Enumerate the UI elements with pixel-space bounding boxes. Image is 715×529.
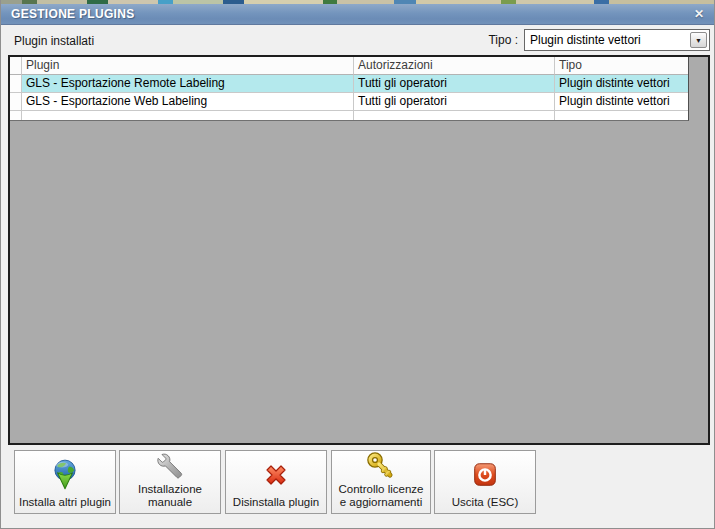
cell-autorizzazioni[interactable] bbox=[354, 111, 555, 121]
window-title: GESTIONE PLUGINS bbox=[11, 4, 134, 25]
uninstall-plugin-button[interactable]: Disinstalla plugin bbox=[225, 450, 327, 514]
exit-button[interactable]: Uscita (ESC) bbox=[434, 450, 536, 514]
row-gutter[interactable] bbox=[10, 111, 22, 121]
cell-plugin[interactable]: GLS - Esportazione Remote Labeling bbox=[22, 75, 354, 93]
row-gutter[interactable] bbox=[10, 93, 22, 111]
gestione-plugins-dialog: GESTIONE PLUGINS ✕ Plugin installati Tip… bbox=[0, 0, 715, 529]
type-combobox[interactable]: Plugin distinte vettori ▼ bbox=[524, 29, 710, 51]
row-gutter[interactable] bbox=[10, 75, 22, 93]
header-strip: Plugin installati Tipo : Plugin distinte… bbox=[1, 25, 715, 55]
close-icon[interactable]: ✕ bbox=[691, 6, 707, 22]
red-x-icon bbox=[228, 454, 324, 496]
key-icon bbox=[334, 451, 428, 483]
type-filter-group: Tipo : Plugin distinte vettori ▼ bbox=[488, 29, 710, 51]
cell-autorizzazioni[interactable]: Tutti gli operatori bbox=[354, 93, 555, 111]
cell-plugin[interactable] bbox=[22, 111, 354, 121]
cell-tipo[interactable]: Plugin distinte vettori bbox=[555, 75, 689, 93]
manual-install-button[interactable]: Installazione manuale bbox=[119, 450, 221, 514]
column-header-tipo[interactable]: Tipo bbox=[555, 57, 689, 75]
button-bar: Installa altri plugin Installazione manu… bbox=[1, 445, 715, 529]
button-label: Installa altri plugin bbox=[19, 496, 111, 509]
cell-tipo[interactable]: Plugin distinte vettori bbox=[555, 93, 689, 111]
wrench-icon bbox=[122, 451, 218, 483]
globe-download-icon bbox=[17, 454, 113, 496]
type-label: Tipo : bbox=[488, 33, 518, 47]
install-other-plugins-button[interactable]: Installa altri plugin bbox=[14, 450, 116, 514]
column-header-plugin[interactable]: Plugin bbox=[22, 57, 354, 75]
license-check-button[interactable]: Controllo licenze e aggiornamenti bbox=[331, 450, 431, 514]
cell-plugin[interactable]: GLS - Esportazione Web Labeling bbox=[22, 93, 354, 111]
cell-tipo[interactable] bbox=[555, 111, 689, 121]
plugins-table: Plugin Autorizzazioni Tipo GLS - Esporta… bbox=[10, 57, 689, 121]
type-combobox-value: Plugin distinte vettori bbox=[530, 30, 641, 50]
row-gutter-header bbox=[10, 57, 22, 75]
installed-plugins-label: Plugin installati bbox=[14, 34, 94, 48]
cell-autorizzazioni[interactable]: Tutti gli operatori bbox=[354, 75, 555, 93]
chevron-down-icon[interactable]: ▼ bbox=[690, 32, 707, 48]
button-label: Disinstalla plugin bbox=[233, 496, 319, 509]
button-label: Installazione manuale bbox=[122, 483, 218, 509]
button-label: Uscita (ESC) bbox=[452, 496, 518, 509]
column-header-autorizzazioni[interactable]: Autorizzazioni bbox=[354, 57, 555, 75]
content-panel: Plugin Autorizzazioni Tipo GLS - Esporta… bbox=[8, 55, 710, 445]
power-icon bbox=[437, 454, 533, 496]
button-label: Controllo licenze e aggiornamenti bbox=[334, 483, 428, 509]
title-bar[interactable]: GESTIONE PLUGINS ✕ bbox=[1, 4, 715, 25]
